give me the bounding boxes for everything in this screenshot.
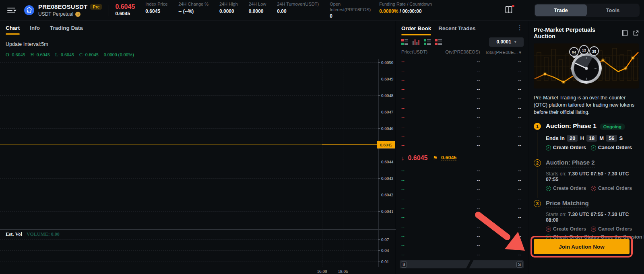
auction-banner-image: 04 12 35: [534, 43, 639, 89]
permission-row: ✓Create Orders✓Cancel Orders: [546, 145, 639, 150]
volume-axis-label: 0.04: [381, 248, 389, 253]
view-depth-icon[interactable]: [413, 39, 419, 45]
table-row[interactable]: ------: [396, 66, 528, 75]
time-axis-label: 18:05: [338, 269, 348, 274]
phase-schedule: Starts on:7.30 UTC 07:55 - 7.30 UTC 08:0…: [546, 212, 639, 223]
gridline: [0, 162, 378, 162]
price-axis-label: 0.6043: [381, 176, 393, 181]
permission-label: Cancel Orders: [598, 185, 632, 191]
gridline: [322, 59, 322, 267]
mark-price[interactable]: 0.6045: [115, 11, 130, 17]
table-row[interactable]: ------: [396, 132, 528, 141]
banner-badge: 12: [582, 48, 586, 52]
col-total[interactable]: Total(PRE08E...▾: [480, 49, 521, 55]
phase-schedule: Starts on:7.30 UTC 07:50 - 7.30 UTC 07:5…: [546, 171, 639, 182]
table-row[interactable]: ------: [396, 185, 528, 194]
notification-dot: [512, 5, 514, 7]
orderbook-toolbar: 0.0001 ▾: [396, 35, 528, 47]
stat-24h-high: 24H High 0.0000: [219, 2, 238, 14]
table-row[interactable]: ------: [396, 122, 528, 131]
table-row[interactable]: ------: [396, 85, 528, 94]
join-auction-button[interactable]: Join Auction Now: [534, 239, 630, 254]
tab-trade[interactable]: Trade: [535, 4, 587, 16]
tab-recent-trades[interactable]: Recent Trades: [438, 25, 475, 35]
table-row[interactable]: ------: [396, 213, 528, 222]
volume-axis-label: 0.07: [381, 237, 389, 242]
table-row[interactable]: ------: [396, 75, 528, 84]
table-row[interactable]: ------: [396, 204, 528, 213]
stat-open-interest: Open Interest(PRE08EOS) 0: [330, 2, 368, 19]
phase-number: 3: [534, 200, 541, 207]
funding-countdown: 00:00:00: [402, 8, 422, 14]
table-row[interactable]: ------: [396, 141, 528, 150]
view-bids-only-icon[interactable]: [424, 39, 431, 45]
more-options-icon[interactable]: ⋮: [515, 24, 524, 31]
divider: [528, 261, 644, 261]
volume-axis-label: 0.01: [381, 259, 389, 264]
pane-divider[interactable]: [0, 229, 396, 230]
chart-canvas[interactable]: 0.6045 Est. Vol VOLUME: 0.00 0.60500.604…: [0, 59, 396, 267]
view-both-sides-icon[interactable]: [401, 39, 408, 45]
table-row[interactable]: ------: [396, 231, 528, 241]
auction-description: Pre-Market Trading is an over-the-counte…: [534, 95, 638, 116]
info-icon[interactable]: i: [75, 12, 80, 17]
table-row[interactable]: ------: [396, 166, 528, 175]
buy-label: B: [401, 262, 407, 268]
orderbook-toggle-icon[interactable]: [504, 5, 514, 15]
ohlc-readout: O=0.6045 H=0.6045 L=0.6045 C=0.6045 0.00…: [6, 52, 134, 58]
buy-sell-ratio-bar: B -- -- S: [400, 260, 524, 268]
tab-info[interactable]: Info: [30, 25, 40, 35]
view-asks-only-icon[interactable]: [435, 39, 442, 45]
main-menu-button[interactable]: [7, 8, 15, 13]
tab-tools[interactable]: Tools: [587, 4, 639, 16]
time-axis-line[interactable]: [0, 267, 379, 267]
ticker-stats: Index Price 0.6045 24H Change % -- (--%)…: [145, 2, 432, 19]
chevron-down-icon: ▾: [514, 40, 516, 44]
table-row[interactable]: ------: [396, 57, 528, 66]
orderbook-last-price[interactable]: 0.6045: [408, 155, 428, 162]
phase-title[interactable]: Price Matching: [546, 200, 589, 208]
phase-title[interactable]: Auction: Phase 1: [546, 122, 597, 131]
permission-item: ✓Cancel Orders: [591, 145, 632, 150]
document-icon[interactable]: [622, 30, 628, 36]
funding-separator: /: [398, 8, 402, 14]
allowed-check-icon: ✓: [546, 186, 551, 191]
symbol-title: PRE08EOSUSDT: [38, 3, 87, 10]
orderbook-mark-price[interactable]: 0.6045: [441, 155, 456, 161]
table-row[interactable]: ------: [396, 94, 528, 103]
volume-value: VOLUME: 0.00: [27, 231, 60, 237]
price-axis-line[interactable]: [378, 59, 379, 267]
chevron-down-icon: ▾: [519, 49, 521, 55]
denied-cross-icon: ✕: [546, 227, 551, 232]
permission-item: ✓Create Orders: [546, 145, 586, 150]
gridline: [0, 250, 378, 251]
auction-phase-1: 1 Auction: Phase 1 Ongoing Ends in 20 H …: [534, 122, 639, 150]
orderbook-bids: ----------------------------------------…: [396, 166, 528, 260]
table-row[interactable]: ------: [396, 175, 528, 185]
orderbook-panel: Order Book Recent Trades ⋮ 0.0001 ▾ Pric…: [396, 21, 528, 274]
table-row[interactable]: ------: [396, 103, 528, 113]
gridline: [0, 112, 378, 112]
phase-title[interactable]: Auction: Phase 2: [546, 159, 595, 167]
coin-logo-icon: [24, 5, 34, 15]
tab-chart[interactable]: Chart: [6, 25, 20, 35]
table-row[interactable]: ------: [396, 194, 528, 203]
tick-grouping-select[interactable]: 0.0001 ▾: [489, 37, 524, 47]
external-link-icon[interactable]: [633, 30, 639, 36]
contract-type: USDT Perpetual: [38, 12, 73, 17]
price-axis-label: 0.6046: [381, 126, 393, 131]
volume-pane-label: Est. Vol: [6, 231, 22, 237]
table-row[interactable]: ------: [396, 222, 528, 231]
table-row[interactable]: ------: [396, 113, 528, 122]
table-row[interactable]: ------: [396, 241, 528, 250]
table-row[interactable]: ------: [396, 250, 528, 260]
tab-trading-data[interactable]: Trading Data: [50, 25, 83, 35]
auction-phases: 1 Auction: Phase 1 Ongoing Ends in 20 H …: [534, 122, 639, 240]
annotation-highlight-box: Join Auction Now: [530, 236, 633, 258]
gridline: [0, 239, 378, 240]
top-header: PRE08EOSUSDT Pre USDT Perpetual i 0.6045…: [0, 0, 644, 21]
banner-badge: 04: [572, 50, 576, 54]
tab-order-book[interactable]: Order Book: [401, 25, 431, 35]
auction-phase-2: 2 Auction: Phase 2 Starts on:7.30 UTC 07…: [534, 159, 639, 191]
auction-title: Pre-Market Perpetuals Auction: [534, 27, 617, 39]
